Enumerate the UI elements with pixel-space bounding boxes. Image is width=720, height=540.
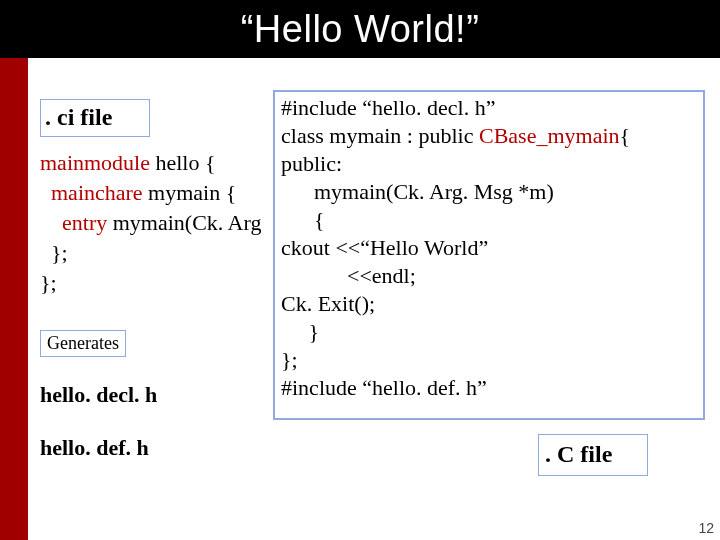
c-l3: public: xyxy=(281,151,342,176)
hello-def-h-label: hello. def. h xyxy=(40,435,149,461)
ci-l4: }; xyxy=(40,240,68,265)
generates-box: Generates xyxy=(40,330,126,357)
c-l7: <<endl; xyxy=(281,263,416,288)
red-sidebar-strip xyxy=(0,58,28,540)
ci-file-label-box: . ci file xyxy=(40,99,150,137)
ci-l2b: mymain { xyxy=(143,180,237,205)
c-file-label-box: . C file xyxy=(538,434,648,476)
c-l11: #include “hello. def. h” xyxy=(281,375,487,400)
c-l5: { xyxy=(281,207,325,232)
slide: “Hello World!” . ci file mainmodule hell… xyxy=(0,0,720,540)
ci-l3b: mymain(Ck. Arg xyxy=(107,210,261,235)
c-code-box: #include “hello. decl. h” class mymain :… xyxy=(273,90,705,420)
title-text: “Hello World!” xyxy=(241,8,480,50)
c-l6: ckout <<“Hello World” xyxy=(281,235,488,260)
kw-entry: entry xyxy=(40,210,107,235)
ci-l1b: hello { xyxy=(150,150,216,175)
c-l8: Ck. Exit(); xyxy=(281,291,375,316)
ci-file-label: . ci file xyxy=(41,104,112,130)
kw-mainmodule: mainmodule xyxy=(40,150,150,175)
page-title: “Hello World!” xyxy=(0,0,720,58)
c-l9: } xyxy=(281,319,319,344)
c-file-label: . C file xyxy=(539,441,612,467)
page-number: 12 xyxy=(698,520,714,536)
c-l10: }; xyxy=(281,347,298,372)
c-l2a: class mymain : public xyxy=(281,123,479,148)
c-l4: mymain(Ck. Arg. Msg *m) xyxy=(281,179,554,204)
ci-l5: }; xyxy=(40,270,57,295)
kw-mainchare: mainchare xyxy=(40,180,143,205)
c-l1: #include “hello. decl. h” xyxy=(281,95,495,120)
hello-decl-h-label: hello. decl. h xyxy=(40,382,157,408)
ci-code-block: mainmodule hello { mainchare mymain { en… xyxy=(40,148,261,298)
c-l2c: { xyxy=(620,123,631,148)
kw-cbase-mymain: CBase_mymain xyxy=(479,123,620,148)
generates-label: Generates xyxy=(47,333,119,353)
